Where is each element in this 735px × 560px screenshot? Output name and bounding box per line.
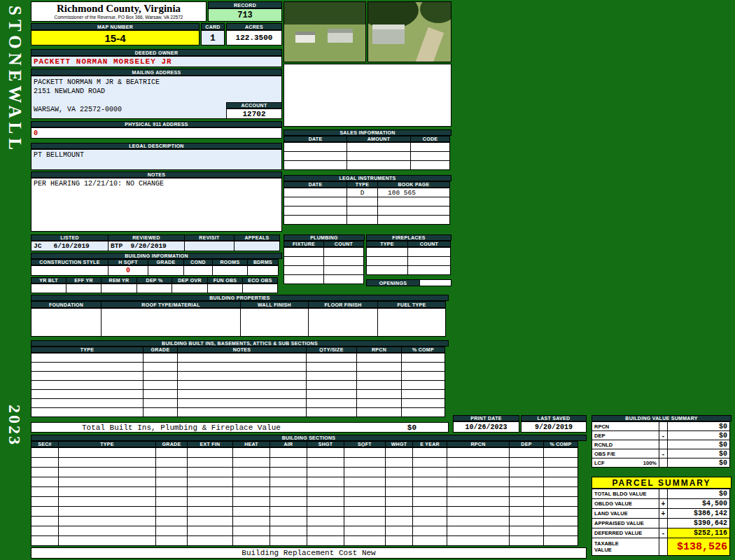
fuel-type-value — [377, 308, 446, 337]
plumbing-empty-row — [284, 274, 364, 284]
tree-canopy-right — [420, 1, 451, 23]
empty-cell — [356, 371, 402, 381]
empty-cell — [155, 536, 188, 546]
parcel-value: $386,142 — [667, 508, 730, 519]
bvs-label: DEP — [592, 430, 659, 440]
empty-cell — [377, 197, 450, 206]
empty-cell — [284, 247, 324, 257]
empty-cell — [401, 407, 445, 417]
li-type-value: D — [346, 188, 378, 197]
floor-finish-value — [308, 308, 378, 337]
foundation-value — [31, 308, 102, 337]
legal-description-label: LEGAL DESCRIPTION — [31, 143, 282, 149]
bvs-value: $0 — [667, 430, 730, 440]
empty-cell — [270, 526, 307, 536]
empty-cell — [284, 215, 347, 225]
parcel-summary-title: PARCEL SUMMARY — [592, 477, 732, 489]
empty-cell — [143, 380, 178, 390]
tax-year: 2023 — [5, 405, 24, 447]
empty-cell — [410, 160, 450, 170]
empty-cell — [543, 477, 578, 487]
empty-cell — [31, 526, 59, 536]
shed-large — [328, 29, 353, 43]
empty-cell — [344, 536, 386, 546]
bi-col-construction-style: CONSTRUCTION STYLE — [31, 259, 108, 265]
empty-cell — [401, 380, 445, 390]
bp-col-roof: ROOF TYPE/MATERIAL — [101, 301, 241, 308]
listed-value: JC 6/10/2019 — [31, 241, 108, 251]
legal-instruments-title: LEGAL INSTRUMENTS — [284, 175, 451, 181]
empty-cell — [31, 389, 144, 399]
empty-cell — [307, 496, 344, 507]
empty-cell — [509, 457, 544, 468]
card-value: 1 — [201, 30, 225, 46]
building-sections-empty-row — [31, 457, 578, 468]
empty-cell — [155, 477, 188, 487]
revisit-value — [184, 241, 234, 251]
building-sections-empty-row — [31, 506, 578, 517]
parcel-row-land: LAND VALUE + $386,142 — [592, 508, 730, 519]
empty-cell — [232, 467, 270, 477]
review-col-appeals: APPEALS — [234, 234, 280, 241]
empty-cell — [270, 506, 307, 517]
bi-col-grade: GRADE — [148, 259, 184, 265]
fireplaces-col-type: TYPE — [366, 241, 408, 247]
empty-cell — [346, 206, 378, 216]
bs-col-rpcn: RPCN — [447, 441, 510, 447]
review-col-reviewed: REVIEWED — [108, 234, 185, 241]
empty-cell — [232, 457, 270, 468]
bp-col-wall-finish: WALL FINISH — [240, 301, 309, 308]
built-ins-empty-row — [31, 353, 445, 363]
empty-cell — [306, 398, 357, 408]
empty-cell — [155, 486, 188, 497]
record-label: RECORD — [208, 1, 282, 8]
empty-cell — [136, 284, 172, 293]
empty-cell — [366, 265, 408, 275]
plumbing-col-count: COUNT — [323, 241, 364, 247]
bvs-row-obs: OBS F/E - $0 — [592, 449, 730, 458]
empty-cell — [306, 371, 357, 381]
empty-cell — [543, 526, 578, 536]
empty-cell — [307, 516, 344, 526]
empty-cell — [307, 506, 344, 517]
bvs-label: RCNLD — [592, 440, 659, 449]
empty-cell — [323, 256, 364, 266]
builtins-col-grade: GRADE — [143, 346, 178, 353]
empty-cell — [187, 506, 233, 517]
physical-911-value: 0 — [31, 127, 282, 139]
empty-cell — [377, 215, 450, 225]
building-sections-empty-row — [31, 496, 578, 507]
property-photo-2[interactable] — [368, 1, 451, 62]
bs-col-grade: GRADE — [155, 441, 188, 447]
empty-cell — [344, 506, 386, 517]
print-date-value: 10/26/2023 — [453, 421, 519, 433]
empty-cell — [401, 398, 445, 408]
bi-col-hsqft: H SQFT — [108, 259, 148, 265]
bp-col-floor-finish: FLOOR FINISH — [308, 301, 378, 308]
bvs-row-lcf: LCF100% $0 — [592, 458, 730, 468]
property-photo-1[interactable] — [284, 1, 366, 62]
empty-cell — [344, 526, 386, 536]
li-col-bookpage: BOOK PAGE — [377, 181, 450, 188]
plumbing-empty-row — [284, 265, 364, 275]
empty-cell — [58, 457, 156, 468]
county-title: Richmond County, Virginia — [31, 2, 206, 15]
empty-cell — [543, 457, 578, 468]
grade-value — [148, 265, 184, 276]
bi-col-dep: DEP % — [136, 277, 172, 284]
empty-cell — [270, 496, 307, 507]
li-col-date: DATE — [284, 181, 347, 188]
building-sections-empty-row — [31, 536, 578, 546]
building-sections-empty-row — [31, 516, 578, 526]
empty-cell — [385, 506, 413, 517]
bvs-row-rpcn: RPCN $0 — [592, 421, 730, 431]
built-ins-empty-row — [31, 407, 445, 417]
empty-cell — [356, 353, 402, 363]
empty-cell — [284, 160, 347, 170]
map-number-value[interactable]: 15-4 — [31, 30, 200, 46]
empty-cell — [543, 516, 578, 526]
empty-cell — [284, 274, 324, 284]
empty-cell — [344, 516, 386, 526]
empty-cell — [31, 398, 144, 408]
empty-cell — [307, 477, 344, 487]
